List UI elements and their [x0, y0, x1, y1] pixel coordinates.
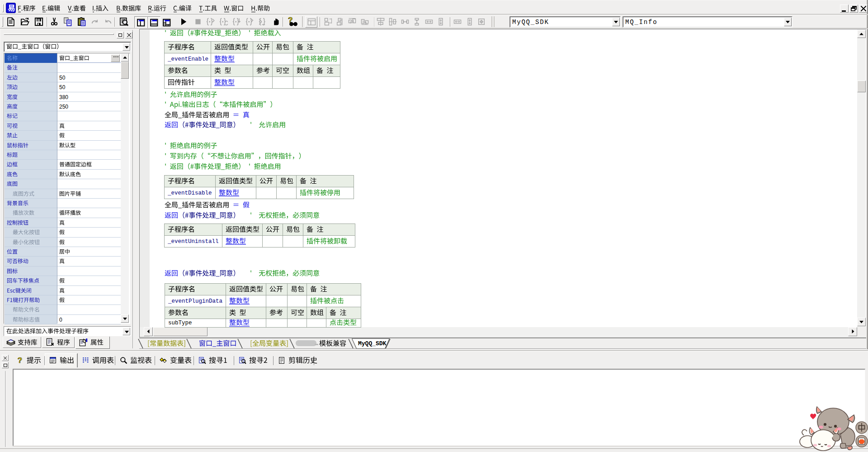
svg-text:?: ? [18, 357, 22, 364]
